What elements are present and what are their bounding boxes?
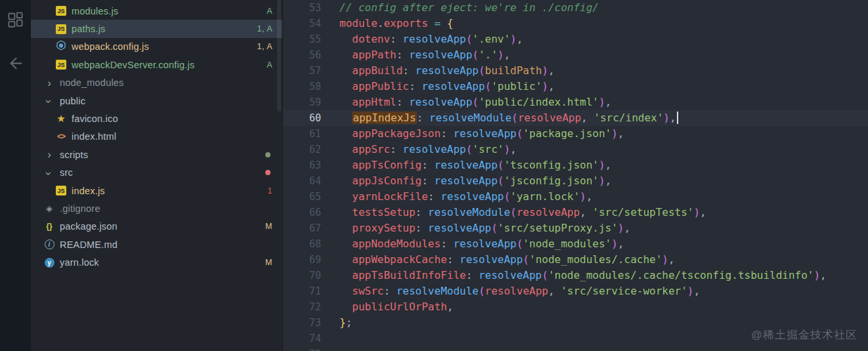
info-icon: i (43, 239, 56, 249)
file-row[interactable]: JSmodules.jsA (31, 2, 282, 20)
folder-row[interactable]: ›node_modules (31, 74, 282, 92)
line-number: 71 (283, 283, 321, 299)
code-line[interactable]: 71 swSrc: resolveModule(resolveApp, 'src… (283, 283, 868, 299)
file-row[interactable]: ★favicon.ico (31, 110, 282, 127)
code-text: appWebpackCache: resolveApp('node_module… (339, 252, 675, 268)
file-name: .gitignore (60, 203, 100, 214)
folder-name: node_modules (60, 77, 124, 88)
chevron-right-icon: › (43, 149, 56, 160)
folder-name: public (60, 96, 85, 106)
git-status-badge: A (267, 7, 272, 16)
folder-row[interactable]: ›src (31, 164, 282, 182)
code-line[interactable]: 65 yarnLockFile: resolveApp('yarn.lock')… (283, 189, 868, 205)
file-row[interactable]: JSwebpackDevServer.config.jsA (31, 56, 282, 73)
grid-icon[interactable] (7, 10, 24, 28)
line-number: 62 (283, 142, 321, 157)
code-line[interactable]: 54module.exports = { (283, 16, 868, 31)
star-icon: ★ (54, 113, 68, 125)
folder-row[interactable]: ›scripts (31, 146, 282, 163)
code-text: testsSetup: resolveModule(resolveApp, 's… (339, 205, 706, 220)
code-text: appTsBuildInfoFile: resolveApp('node_mod… (339, 268, 827, 283)
code-line[interactable]: 64 appJsConfig: resolveApp('jsconfig.jso… (283, 173, 868, 189)
line-number: 56 (283, 47, 321, 63)
file-name: paths.js (72, 24, 106, 34)
code-text: dotenv: resolveApp('.env'), (339, 31, 523, 47)
chevron-down-icon: › (43, 167, 56, 178)
webpack-icon (54, 40, 68, 53)
line-number: 69 (283, 252, 321, 268)
file-name: webpack.config.js (72, 41, 149, 52)
code-area[interactable]: 53// config after eject: we're in ./conf… (283, 0, 868, 351)
line-number: 54 (283, 16, 321, 31)
code-line[interactable]: 70 appTsBuildInfoFile: resolveApp('node_… (283, 268, 868, 283)
code-text: appTsConfig: resolveApp('tsconfig.json')… (339, 157, 611, 173)
line-number: 55 (283, 31, 321, 47)
code-line[interactable]: 72 publicUrlOrPath, (283, 299, 868, 315)
file-row[interactable]: ◈.gitignore (31, 199, 282, 217)
line-number: 68 (283, 236, 321, 252)
file-name: index.js (72, 186, 105, 196)
code-line[interactable]: 63 appTsConfig: resolveApp('tsconfig.jso… (283, 157, 868, 173)
code-text: proxySetup: resolveApp('src/setupProxy.j… (339, 220, 630, 236)
activity-bar (0, 0, 31, 351)
line-number: 60 (283, 110, 321, 126)
line-number: 58 (283, 79, 321, 94)
git-status-badge: A (267, 60, 272, 70)
code-line[interactable]: 56 appPath: resolveApp('.'), (283, 47, 868, 63)
code-text: swSrc: resolveModule(resolveApp, 'src/se… (339, 283, 700, 299)
watermark: @稀土掘金技术社区 (751, 327, 857, 342)
chevron-right-icon: › (43, 77, 56, 89)
code-line[interactable]: 53// config after eject: we're in ./conf… (283, 0, 868, 16)
file-name: package.json (60, 221, 118, 232)
code-text: appHtml: resolveApp('public/index.html')… (339, 94, 611, 110)
code-text: appJsConfig: resolveApp('jsconfig.json')… (339, 173, 611, 189)
file-row[interactable]: webpack.config.js1, A (31, 38, 282, 56)
code-line[interactable]: 61 appPackageJson: resolveApp('package.j… (283, 126, 868, 142)
git-status-badge: M (265, 222, 272, 231)
code-line[interactable]: 58 appPublic: resolveApp('public'), (283, 79, 868, 94)
code-line[interactable]: 57 appBuild: resolveApp(buildPath), (283, 63, 868, 79)
sidebar-scrollbar[interactable] (277, 0, 281, 112)
file-row[interactable]: {}package.jsonM (31, 218, 282, 236)
code-text: appPackageJson: resolveApp('package.json… (339, 126, 624, 142)
line-number: 61 (283, 126, 321, 142)
code-text: yarnLockFile: resolveApp('yarn.lock'), (339, 189, 592, 205)
code-line[interactable]: 69 appWebpackCache: resolveApp('node_mod… (283, 252, 868, 268)
code-line[interactable]: 75 (283, 346, 868, 351)
code-line[interactable]: 67 proxySetup: resolveApp('src/setupProx… (283, 220, 868, 236)
git-status-badge: 1 (268, 186, 272, 196)
code-text: appBuild: resolveApp(buildPath), (339, 63, 555, 79)
line-number: 57 (283, 63, 321, 79)
code-line[interactable]: 66 testsSetup: resolveModule(resolveApp,… (283, 205, 868, 220)
code-line[interactable]: 55 dotenv: resolveApp('.env'), (283, 31, 868, 47)
git-icon: ◈ (43, 203, 56, 213)
code-text: appPublic: resolveApp('public'), (339, 79, 555, 94)
back-arrow-icon[interactable] (7, 54, 24, 72)
code-line[interactable]: 59 appHtml: resolveApp('public/index.htm… (283, 94, 868, 110)
code-line[interactable]: 60 appIndexJs: resolveModule(resolveApp,… (283, 110, 868, 126)
file-name: index.html (72, 131, 116, 142)
file-row[interactable]: JSpaths.js1, A (31, 20, 282, 37)
code-text: publicUrlOrPath, (339, 299, 453, 315)
file-row[interactable]: iREADME.md (31, 236, 282, 253)
json-icon: {} (43, 222, 56, 231)
file-row[interactable]: <>index.html (31, 128, 282, 146)
file-row[interactable]: yyarn.lockM (31, 253, 282, 271)
text-cursor (677, 112, 678, 124)
file-name: yarn.lock (60, 257, 99, 268)
code-text: // config after eject: we're in ./config… (339, 0, 599, 16)
line-number: 72 (283, 299, 321, 315)
line-number: 66 (283, 205, 321, 220)
file-row[interactable]: JSindex.js1 (31, 182, 282, 199)
js-icon: JS (54, 6, 68, 16)
explorer-sidebar: JSmodules.jsAJSpaths.js1, Awebpack.confi… (31, 0, 282, 351)
line-number: 70 (283, 268, 321, 283)
code-line[interactable]: 68 appNodeModules: resolveApp('node_modu… (283, 236, 868, 252)
code-text: module.exports = { (339, 16, 453, 31)
code-line[interactable]: 62 appSrc: resolveApp('src'), (283, 142, 868, 157)
file-name: README.md (60, 239, 118, 250)
line-number: 75 (283, 346, 321, 351)
folder-row[interactable]: ›public (31, 92, 282, 110)
file-tree: JSmodules.jsAJSpaths.js1, Awebpack.confi… (31, 2, 282, 272)
line-number: 53 (283, 0, 321, 16)
